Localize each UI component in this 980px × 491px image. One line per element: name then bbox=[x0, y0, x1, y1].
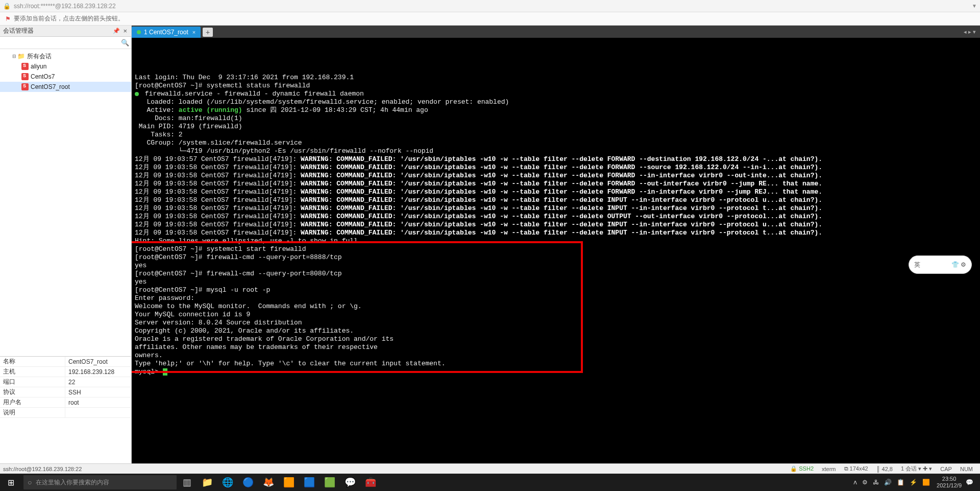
tray-icon[interactable]: ⚡ bbox=[910, 479, 917, 486]
session-icon bbox=[21, 63, 29, 70]
terminal-line: yes bbox=[135, 278, 977, 286]
taskbar-search-input[interactable]: ○ 在这里输入你要搜索的内容 bbox=[23, 475, 177, 489]
task-view-icon[interactable]: ▥ bbox=[177, 474, 197, 491]
sidebar-title: 会话管理器 bbox=[3, 27, 34, 35]
prop-val: 192.168.239.128 bbox=[65, 367, 131, 377]
prop-val: root bbox=[65, 398, 131, 407]
prop-val: SSH bbox=[65, 387, 131, 397]
tray-network-icon[interactable]: 🖧 bbox=[873, 479, 879, 486]
folder-icon: 📁 bbox=[17, 53, 25, 60]
terminal-line: owners. bbox=[135, 352, 977, 360]
status-dot-icon bbox=[135, 92, 139, 96]
status-num: NUM bbox=[960, 466, 973, 472]
taskbar-app-icon[interactable]: 🔵 bbox=[238, 474, 258, 491]
windows-taskbar: ⊞ ○ 在这里输入你要搜索的内容 ▥ 📁 🌐 🔵 🦊 🟧 🟦 🟩 💬 🧰 ʌ ⚙… bbox=[0, 474, 980, 491]
terminal-line: 12月 09 19:03:58 CentOS7 firewalld[4719]:… bbox=[135, 204, 977, 213]
taskbar-app-icon[interactable]: 🦊 bbox=[258, 474, 279, 491]
terminal-line: 12月 09 19:03:58 CentOS7 firewalld[4719]:… bbox=[135, 196, 977, 204]
sidebar-search[interactable]: 🔍 bbox=[0, 37, 131, 49]
terminal-cursor bbox=[163, 368, 167, 376]
ime-float-bar[interactable]: 英 👕 ⚙ bbox=[909, 255, 972, 274]
status-address: ssh://root@192.168.239.128:22 bbox=[3, 466, 82, 472]
terminal-line: affiliates. Other names may be trademark… bbox=[135, 343, 977, 352]
taskbar-app-icon[interactable]: 🟩 bbox=[320, 474, 340, 491]
prop-row: 用户名root bbox=[0, 398, 131, 408]
tree-item-aliyun[interactable]: aliyun bbox=[0, 61, 131, 72]
notification-icon[interactable]: 💬 bbox=[966, 479, 973, 486]
taskbar-app-icon[interactable]: 🌐 bbox=[217, 474, 238, 491]
system-tray: ʌ ⚙ 🖧 🔊 📋 ⚡ 🟧 23:50 2021/12/9 💬 bbox=[851, 476, 980, 489]
terminal-line: 12月 09 19:03:58 CentOS7 firewalld[4719]:… bbox=[135, 221, 977, 229]
status-cap: CAP bbox=[940, 466, 952, 472]
terminal-output[interactable]: Last login: Thu Dec 9 23:17:16 2021 from… bbox=[132, 38, 980, 463]
status-cursor-pos: ║ 42,8 bbox=[876, 466, 893, 472]
terminal-area: 1 CentOS7_root × + ◂ ▸ ▾ Last login: Thu… bbox=[132, 26, 980, 463]
cortana-icon: ○ bbox=[28, 478, 32, 486]
terminal-line: 12月 09 19:03:58 CentOS7 firewalld[4719]:… bbox=[135, 180, 977, 188]
terminal-line: Last login: Thu Dec 9 23:17:16 2021 from… bbox=[135, 74, 977, 82]
address-text: ssh://root:******@192.168.239.128:22 bbox=[14, 3, 116, 10]
terminal-line: Main PID: 4719 (firewalld) bbox=[135, 123, 977, 131]
session-tree: ⊟ 📁 所有会话 aliyun CentOs7 CentOS7_root bbox=[0, 49, 131, 356]
prop-row: 说明 bbox=[0, 408, 131, 418]
taskbar-app-icon[interactable]: 🟦 bbox=[299, 474, 320, 491]
terminal-line: Welcome to the MySQL monitor. Commands e… bbox=[135, 302, 977, 311]
tree-root[interactable]: ⊟ 📁 所有会话 bbox=[0, 51, 131, 61]
session-properties: 名称CentOS7_root 主机192.168.239.128 端口22 协议… bbox=[0, 356, 131, 463]
taskbar-app-icon[interactable]: 📁 bbox=[197, 474, 217, 491]
terminal-line: mysql> bbox=[135, 368, 977, 376]
terminal-line: └─4719 /usr/bin/python2 -Es /usr/sbin/fi… bbox=[135, 147, 977, 155]
terminal-line: [root@CentOS7 ~]# mysql -u root -p bbox=[135, 286, 977, 294]
tray-volume-icon[interactable]: 🔊 bbox=[884, 479, 892, 486]
terminal-line: 12月 09 19:03:58 CentOS7 firewalld[4719]:… bbox=[135, 172, 977, 180]
close-icon[interactable]: × bbox=[122, 27, 128, 35]
terminal-line: Hint: Some lines were ellipsized, use -l… bbox=[135, 237, 977, 245]
terminal-line: CGroup: /system.slice/firewalld.service bbox=[135, 139, 977, 147]
session-icon bbox=[21, 73, 29, 80]
terminal-line: [root@CentOS7 ~]# firewall-cmd --query-p… bbox=[135, 253, 977, 262]
taskbar-app-icon[interactable]: 🟧 bbox=[279, 474, 299, 491]
search-icon[interactable]: 🔍 bbox=[121, 39, 129, 46]
add-tab-button[interactable]: + bbox=[203, 28, 213, 37]
terminal-line: 12月 09 19:03:58 CentOS7 firewalld[4719]:… bbox=[135, 163, 977, 172]
tree-item-label: CentOs7 bbox=[31, 73, 55, 80]
start-button[interactable]: ⊞ bbox=[0, 474, 21, 491]
tray-expand-icon[interactable]: ʌ bbox=[853, 479, 857, 486]
search-placeholder: 在这里输入你要搜索的内容 bbox=[36, 478, 109, 487]
status-protocol: 🔒 SSH2 bbox=[790, 465, 814, 472]
tab-label: 1 CentOS7_root bbox=[144, 29, 188, 36]
taskbar-app-icon[interactable]: 💬 bbox=[340, 474, 360, 491]
terminal-line: firewalld.service - firewalld - dynamic … bbox=[135, 90, 977, 98]
sidebar-header: 会话管理器 📌 × bbox=[0, 26, 131, 37]
terminal-line: Oracle is a registered trademark of Orac… bbox=[135, 335, 977, 343]
address-dropdown-icon[interactable]: ▼ bbox=[972, 3, 977, 9]
close-tab-icon[interactable]: × bbox=[192, 29, 195, 35]
tray-icon[interactable]: 🟧 bbox=[922, 479, 930, 486]
tray-icon[interactable]: 📋 bbox=[897, 479, 904, 486]
terminal-line: Copyright (c) 2000, 2021, Oracle and/or … bbox=[135, 327, 977, 335]
status-termtype: xterm bbox=[822, 466, 836, 472]
ime-lang-label: 英 bbox=[914, 261, 920, 269]
terminal-line: [root@CentOS7 ~]# systemctl start firewa… bbox=[135, 245, 977, 253]
prop-val bbox=[65, 408, 131, 417]
flag-icon: ⚑ bbox=[5, 15, 11, 22]
tray-icon[interactable]: ⚙ bbox=[862, 479, 868, 486]
taskbar-app-icon[interactable]: 🧰 bbox=[360, 474, 381, 491]
session-manager-sidebar: 会话管理器 📌 × 🔍 ⊟ 📁 所有会话 aliyun CentOs7 bbox=[0, 26, 132, 463]
ime-icons: 👕 ⚙ bbox=[951, 261, 966, 268]
tree-item-label: CentOS7_root bbox=[31, 83, 70, 90]
collapse-icon[interactable]: ⊟ bbox=[11, 54, 17, 59]
terminal-line: Docs: man:firewalld(1) bbox=[135, 114, 977, 123]
taskbar-clock[interactable]: 23:50 2021/12/9 bbox=[937, 476, 962, 489]
prop-row: 端口22 bbox=[0, 377, 131, 387]
address-bar: 🔒 ssh://root:******@192.168.239.128:22 ▼ bbox=[0, 0, 980, 12]
tree-item-centos7[interactable]: CentOs7 bbox=[0, 72, 131, 82]
tab-centos7-root[interactable]: 1 CentOS7_root × bbox=[132, 27, 201, 38]
terminal-line: 12月 09 19:03:58 CentOS7 firewalld[4719]:… bbox=[135, 229, 977, 237]
terminal-line: Server version: 8.0.24 Source distributi… bbox=[135, 319, 977, 327]
hint-bar: ⚑ 要添加当前会话，点击左侧的箭头按钮。 bbox=[0, 12, 980, 26]
tree-item-centos7-root[interactable]: CentOS7_root bbox=[0, 82, 131, 92]
pin-icon[interactable]: 📌 bbox=[113, 28, 120, 34]
terminal-line: [root@CentOS7 ~]# systemctl status firew… bbox=[135, 82, 977, 90]
tab-nav-arrows[interactable]: ◂ ▸ ▾ bbox=[964, 29, 980, 35]
